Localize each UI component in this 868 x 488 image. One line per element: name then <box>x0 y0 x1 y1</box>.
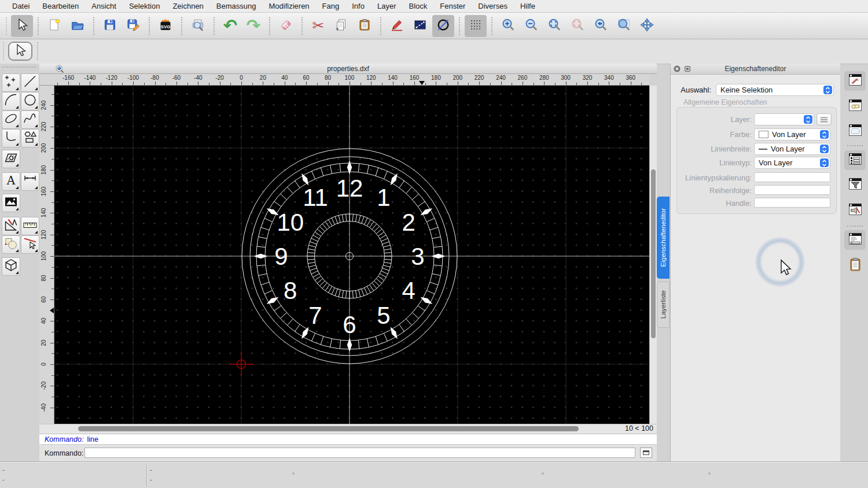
clipboard-dock-button[interactable] <box>844 256 866 275</box>
menu-fang[interactable]: Fang <box>316 2 346 10</box>
ellipse-tool-button[interactable] <box>2 110 20 129</box>
farbe-combo[interactable]: Von Layer <box>754 128 830 141</box>
palette-handle[interactable] <box>2 66 36 68</box>
menu-modifizieren[interactable]: Modifizieren <box>263 2 316 10</box>
menu-zeichnen[interactable]: Zeichnen <box>166 2 209 10</box>
redo-button[interactable]: ↷ <box>242 15 264 37</box>
circle-tool-button[interactable] <box>21 92 39 110</box>
toolbar-separator <box>459 17 460 35</box>
layer-menu-button[interactable] <box>816 113 832 125</box>
spline-tool-button[interactable] <box>21 110 39 129</box>
undo-button[interactable]: ↶ <box>219 15 241 37</box>
tab-eigenschafteneditor[interactable]: Eigenschafteneditor <box>657 197 670 279</box>
property-editor-dock-button[interactable] <box>844 150 866 170</box>
line-tool-button[interactable] <box>21 73 39 92</box>
toolbar-handle[interactable] <box>3 42 4 60</box>
dimension-tool-button[interactable] <box>21 172 39 191</box>
selection-combo[interactable]: Keine Selektion <box>716 84 834 96</box>
save-button[interactable] <box>99 15 121 37</box>
ruler-label: 160 <box>41 187 47 197</box>
menu-ansicht[interactable]: Ansicht <box>85 2 123 10</box>
relative-zero-dock-button[interactable] <box>844 201 866 220</box>
new-file-icon <box>47 18 61 34</box>
draw-panel-dock-button[interactable] <box>844 71 866 91</box>
linienbreite-combo[interactable]: Von Layer <box>754 143 830 155</box>
copy-button[interactable] <box>330 15 352 37</box>
linientypskalierung-field[interactable] <box>754 172 830 182</box>
ruler-tick <box>479 82 480 85</box>
view-panel-dock-button[interactable] <box>844 121 866 141</box>
selection-filter-dock-button[interactable] <box>844 175 866 195</box>
horizontal-scrollbar[interactable]: 10 < 100 <box>39 424 657 434</box>
no-snap-button[interactable] <box>432 15 454 37</box>
cut-button[interactable]: ✂ <box>307 15 329 37</box>
zoom-window-button[interactable] <box>613 15 635 37</box>
selection-arrow-button[interactable] <box>11 15 33 37</box>
zoom-out-button[interactable] <box>520 15 542 37</box>
current-tool-button[interactable] <box>8 42 32 61</box>
reihenfolge-field[interactable] <box>754 185 830 195</box>
selection-arrow-icon <box>16 18 28 34</box>
command-options-button[interactable] <box>640 448 652 458</box>
close-icon[interactable] <box>674 65 681 72</box>
menu-diverses[interactable]: Diverses <box>472 2 514 10</box>
ruler-tick <box>52 267 54 268</box>
block-panel-dock-button[interactable] <box>844 97 866 116</box>
no-snap-icon <box>436 18 450 34</box>
arc-tool-button[interactable] <box>2 92 20 110</box>
block-panel-dock-icon <box>848 98 863 115</box>
point-tool-button[interactable] <box>2 73 20 92</box>
pencil-button[interactable] <box>386 15 408 37</box>
toolbar-handle[interactable] <box>6 17 7 35</box>
menu-datei[interactable]: Datei <box>6 2 36 10</box>
image-tool-button[interactable] <box>2 194 20 212</box>
detach-icon[interactable] <box>684 65 691 72</box>
solid-tool-button[interactable] <box>2 257 20 276</box>
text-tool-button[interactable]: A <box>2 172 20 191</box>
menu-hilfe[interactable]: Hilfe <box>514 2 542 10</box>
erase-button[interactable] <box>275 15 297 37</box>
paste-button[interactable] <box>354 15 376 37</box>
menu-layer[interactable]: Layer <box>371 2 403 10</box>
open-file-button[interactable] <box>67 15 89 37</box>
command-line-dock-button[interactable] <box>844 230 866 250</box>
horizontal-scrollbar-thumb[interactable] <box>78 426 579 431</box>
hatch-tool-button[interactable] <box>2 150 20 168</box>
tab-layerliste[interactable]: Layerliste <box>657 282 670 328</box>
save-as-button[interactable] <box>122 15 144 37</box>
menu-info[interactable]: Info <box>345 2 371 10</box>
zoom-previous-button[interactable] <box>590 15 612 37</box>
command-input[interactable] <box>84 448 635 458</box>
toolbar-separator <box>38 17 39 35</box>
divide-tool-button[interactable] <box>21 235 39 254</box>
zoom-auto-button[interactable] <box>543 15 565 37</box>
print-preview-button[interactable] <box>187 15 209 37</box>
menu-bar: DateiBearbeitenAnsichtSelektionZeichnenB… <box>0 0 868 13</box>
line-segment-icon <box>413 18 427 34</box>
menu-fenster[interactable]: Fenster <box>433 2 472 10</box>
shape-tool-button[interactable] <box>21 129 39 147</box>
ruler-tick <box>295 83 296 85</box>
layer-combo[interactable] <box>754 113 814 125</box>
document-titlebar[interactable]: properties.dxf <box>39 64 657 74</box>
grid-button[interactable] <box>465 15 487 37</box>
zoom-in-button[interactable] <box>497 15 519 37</box>
new-file-button[interactable] <box>43 15 65 37</box>
pan-button[interactable] <box>636 15 658 37</box>
vertical-scrollbar-thumb[interactable] <box>651 169 656 338</box>
vertical-scrollbar[interactable] <box>649 86 657 424</box>
polyline-tool-button[interactable] <box>2 129 20 147</box>
menu-bearbeiten[interactable]: Bearbeiten <box>36 2 85 10</box>
modify-tool-button[interactable] <box>2 235 20 254</box>
misc-tool-button[interactable] <box>2 217 20 235</box>
measure-tool-button[interactable] <box>21 217 39 235</box>
menu-selektion[interactable]: Selektion <box>123 2 166 10</box>
drawing-canvas[interactable]: 123456789101112 <box>54 86 649 424</box>
linientyp-combo[interactable]: Von Layer <box>754 157 830 169</box>
menu-bemassung[interactable]: Bemassung <box>210 2 263 10</box>
line-segment-button[interactable] <box>409 15 431 37</box>
handle-field[interactable] <box>754 198 830 208</box>
menu-block[interactable]: Block <box>402 2 433 10</box>
svg-export-button[interactable]: SVG <box>155 15 176 37</box>
zoom-selection-button[interactable] <box>567 15 589 37</box>
